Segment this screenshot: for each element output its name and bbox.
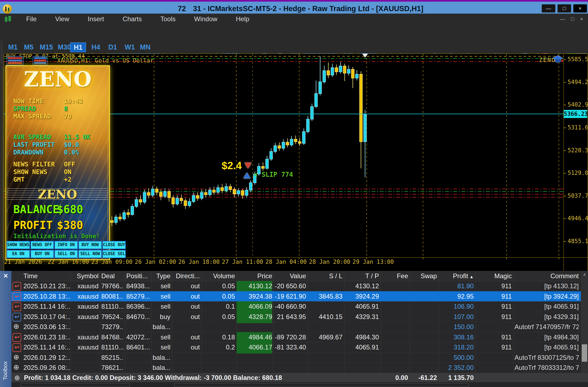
minimize-button[interactable]: — bbox=[542, 4, 555, 13]
balance-deal-icon: ⊕ bbox=[13, 354, 20, 361]
ea-button-show-news[interactable]: SHOW NEWS bbox=[7, 241, 30, 249]
ea-button-ea-on[interactable]: EA ON bbox=[7, 250, 30, 258]
toolbar-drag-handle[interactable] bbox=[1, 41, 2, 53]
column-header-fee[interactable]: Fee bbox=[382, 272, 408, 280]
candle-body bbox=[290, 139, 293, 145]
cell-tp: 4984.30 bbox=[345, 333, 379, 341]
column-header-position[interactable]: Positi... bbox=[126, 272, 150, 280]
price-axis-label: 5402.90 bbox=[568, 101, 588, 108]
period-separator-line bbox=[423, 54, 423, 257]
restore-button[interactable]: □ bbox=[558, 4, 571, 13]
column-header-direction[interactable]: Directi... bbox=[173, 272, 200, 280]
timeframe-w1[interactable]: W1 bbox=[125, 42, 135, 52]
timeframe-h4[interactable]: H4 bbox=[91, 42, 100, 52]
price-axis-label: 5311.60 bbox=[568, 124, 588, 131]
mdi-minimize-button[interactable]: — bbox=[560, 16, 565, 22]
timeframe-mn[interactable]: MN bbox=[140, 42, 151, 52]
chart-symbol-label: XAUUSD,H1: Gold vs US Dollar bbox=[57, 57, 154, 64]
ea-button-sell-on[interactable]: SELL ON bbox=[54, 250, 78, 258]
ea-button-buy-now[interactable]: BUY NOW bbox=[78, 241, 102, 249]
history-row[interactable]: ⊕2026.01.29 12:...85215...bala...500.00A… bbox=[0, 352, 588, 363]
timeframe-d1[interactable]: D1 bbox=[108, 42, 117, 52]
column-header-tp[interactable]: T / P bbox=[345, 272, 379, 280]
column-header-volume[interactable]: Volume bbox=[203, 272, 235, 280]
cell-comment: [tp 4984.30] bbox=[514, 333, 579, 341]
window-title-text: 31 - ICMarketsSC-MT5-2 - Hedge - Raw Tra… bbox=[193, 5, 423, 13]
column-header-comment[interactable]: Comment bbox=[514, 272, 579, 280]
column-header-profit[interactable]: Profit ▲ bbox=[440, 272, 474, 280]
column-header-deal[interactable]: Deal bbox=[101, 272, 124, 280]
toolbox-tab[interactable] bbox=[174, 383, 469, 387]
candle-body bbox=[327, 70, 330, 75]
menu-item-charts[interactable]: Charts bbox=[122, 15, 142, 23]
cell-symbol: xauusd bbox=[71, 293, 99, 300]
cell-value: -40 660.90 bbox=[274, 303, 306, 310]
column-header-value[interactable]: Value bbox=[274, 272, 306, 280]
vertical-scrollbar[interactable]: ∧ bbox=[581, 271, 588, 373]
price-axis-label: 5129.00 bbox=[568, 170, 588, 176]
slip-annotation: < SLIP 774 bbox=[254, 171, 293, 178]
time-axis-label: 26 Jan 02:00 bbox=[135, 259, 176, 265]
window-title: 72 31 - ICMarketsSC-MT5-2 - Hedge - Raw … bbox=[178, 5, 423, 13]
history-row[interactable]: ↩2025.10.17 04:...xauusd79524...84670...… bbox=[0, 312, 588, 322]
timeframe-m30[interactable]: M30 bbox=[58, 42, 71, 52]
period-separator-line bbox=[366, 54, 367, 257]
cell-volume: 0.05 bbox=[203, 293, 235, 300]
column-header-type[interactable]: Type bbox=[152, 272, 170, 280]
timeframe-m15[interactable]: M15 bbox=[40, 42, 53, 52]
candle-body bbox=[208, 190, 212, 195]
cell-magic: 911 bbox=[476, 282, 512, 290]
ea-button-buy-on[interactable]: BUY ON bbox=[30, 250, 54, 258]
sell-deal-icon: ↩ bbox=[13, 302, 21, 311]
menu-items: FileViewInsertChartsToolsWindowHelp bbox=[26, 14, 249, 24]
history-row[interactable]: ↩2026.01.23 18:...xauusd84768...42072...… bbox=[0, 332, 588, 343]
current-price-tag: 5366.23 bbox=[564, 110, 587, 118]
menu-item-insert[interactable]: Insert bbox=[88, 15, 104, 23]
profit-value: $380 bbox=[57, 219, 83, 231]
history-row[interactable]: ⊕2025.09.26 08:...78621...bala...2 352.0… bbox=[0, 363, 588, 373]
cell-position: 84670... bbox=[126, 313, 150, 321]
menu-item-help[interactable]: Help bbox=[236, 15, 249, 23]
column-header-price[interactable]: Price bbox=[237, 272, 272, 280]
candle-body bbox=[339, 66, 342, 72]
menu-item-window[interactable]: Window bbox=[194, 15, 217, 23]
depth-of-market-icon[interactable] bbox=[7, 56, 23, 65]
price-axis-tick bbox=[564, 196, 566, 196]
mdi-close-button[interactable]: × bbox=[580, 16, 583, 22]
candle-body bbox=[171, 197, 175, 204]
history-row[interactable]: ↩2025.11.14 16:...xauusd81110...86396...… bbox=[0, 301, 588, 312]
chart-shift-marker[interactable] bbox=[362, 54, 368, 58]
history-row[interactable]: ↩2025.10.28 13:...xauusd80081...85279...… bbox=[11, 291, 581, 302]
scrollbar-thumb[interactable] bbox=[582, 344, 587, 362]
ea-button-sell-now[interactable]: SELL NOW bbox=[78, 250, 102, 258]
cell-profit: 106.90 bbox=[440, 303, 474, 310]
history-row[interactable]: ⊕2025.03.06 13:...73279...bala...150.00A… bbox=[0, 322, 588, 332]
menu-item-tools[interactable]: Tools bbox=[160, 15, 176, 23]
column-header-magic[interactable]: Magic bbox=[476, 272, 512, 280]
column-header-swap[interactable]: Swap bbox=[411, 272, 437, 280]
cell-magic: 911 bbox=[476, 343, 512, 351]
ea-button-close-buy[interactable]: CLOSE BUY bbox=[102, 241, 126, 249]
toolbox-close-button[interactable]: ✕ bbox=[1, 272, 10, 280]
close-button[interactable]: × bbox=[573, 4, 587, 13]
column-header-sl[interactable]: S / L bbox=[309, 272, 342, 280]
column-header-symbol[interactable]: Symbol bbox=[71, 272, 99, 280]
ea-button-close-sell[interactable]: CLOSE SELL bbox=[102, 250, 126, 258]
mdi-restore-button[interactable]: □ bbox=[571, 16, 574, 22]
timeframe-h1[interactable]: H1 bbox=[70, 42, 86, 52]
timeframe-m5[interactable]: M5 bbox=[24, 42, 33, 52]
scroll-up-arrow[interactable]: ∧ bbox=[581, 272, 588, 277]
menu-item-view[interactable]: View bbox=[55, 15, 69, 23]
ea-button-info-on[interactable]: INFO ON bbox=[54, 241, 78, 249]
menu-item-file[interactable]: File bbox=[26, 15, 37, 23]
one-click-trading-icon[interactable] bbox=[33, 56, 47, 65]
column-header-time[interactable]: Time bbox=[23, 272, 70, 280]
history-row[interactable]: ↩2025.11.14 16:...xauusd81110...86401...… bbox=[0, 342, 588, 353]
candle-body bbox=[127, 212, 130, 215]
history-row[interactable]: ↩2025.10.21 23:...xauusd79766...84938...… bbox=[0, 281, 588, 292]
timeframe-m1[interactable]: M1 bbox=[8, 42, 18, 52]
toolbox-tab[interactable] bbox=[20, 383, 130, 387]
ea-button-news-off[interactable]: NEWS OFF bbox=[30, 241, 54, 249]
candle-body bbox=[265, 159, 269, 169]
cell-type: sell bbox=[152, 282, 170, 290]
